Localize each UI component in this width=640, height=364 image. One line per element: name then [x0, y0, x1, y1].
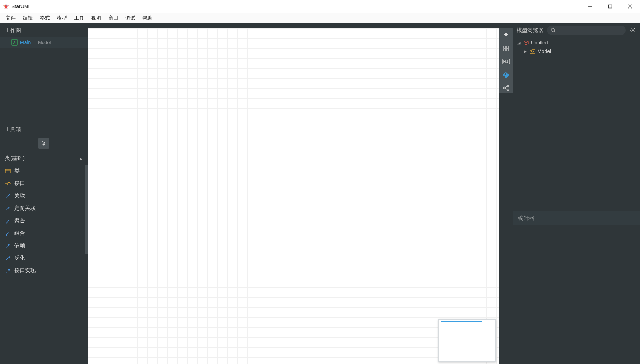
menu-window[interactable]: 窗口	[105, 14, 122, 23]
svg-line-18	[6, 258, 9, 260]
svg-line-28	[505, 86, 507, 88]
minimap[interactable]	[438, 319, 496, 362]
project-icon	[523, 40, 529, 46]
svg-marker-2	[4, 6, 5, 7]
svg-line-13	[6, 194, 10, 198]
selection-tool-button[interactable]	[38, 138, 49, 149]
svg-point-26	[507, 85, 509, 87]
svg-point-30	[551, 28, 555, 32]
toolbox-item-class[interactable]: 类	[0, 165, 88, 177]
svg-point-11	[7, 182, 10, 185]
maximize-button[interactable]	[600, 0, 620, 13]
menu-format[interactable]: 格式	[36, 14, 53, 23]
editor-panel: 编辑器	[513, 211, 640, 225]
menu-file[interactable]: 文件	[2, 14, 19, 23]
working-diagram-item[interactable]: Main — Model	[0, 37, 88, 48]
interface-icon	[5, 181, 11, 186]
svg-line-19	[6, 270, 9, 273]
right-sidebar: 模型浏览器 ◢ Untitled ▶	[513, 23, 640, 364]
window-controls	[580, 0, 640, 13]
share-icon[interactable]	[501, 83, 511, 93]
svg-line-16	[7, 232, 9, 234]
extension-icon[interactable]	[501, 31, 511, 40]
toolbox-item-composition[interactable]: 组合	[0, 227, 88, 239]
explorer-settings-button[interactable]	[629, 27, 636, 34]
model-explorer-tree: ◢ Untitled ▶ Model	[513, 37, 640, 130]
diagram-canvas[interactable]	[88, 28, 499, 364]
navigator-icon[interactable]	[501, 70, 511, 79]
canvas-area	[88, 23, 513, 364]
svg-rect-22	[504, 49, 506, 51]
app-title: StarUML	[11, 4, 31, 9]
grid-icon[interactable]	[501, 44, 511, 53]
toolbox-title: 工具箱	[0, 122, 88, 136]
working-diagram-path: — Model	[32, 40, 51, 45]
working-diagrams-panel: 工作图 Main — Model	[0, 23, 88, 122]
aggregation-icon	[5, 218, 11, 224]
svg-line-14	[6, 207, 9, 210]
toolbox-item-aggregation[interactable]: 聚合	[0, 215, 88, 227]
svg-point-27	[507, 89, 509, 90]
canvas-side-toolbar	[499, 28, 513, 93]
toolbox-item-dependency[interactable]: 依赖	[0, 239, 88, 252]
explorer-search-input[interactable]	[556, 28, 622, 33]
toolbox-group-label: 类(基础)	[5, 155, 25, 162]
composition-icon	[5, 231, 11, 236]
minimize-button[interactable]	[580, 0, 600, 13]
toolbox-item-association[interactable]: 关联	[0, 190, 88, 202]
class-icon	[5, 168, 11, 174]
tree-node-model[interactable]: ▶ Model	[517, 47, 636, 56]
svg-point-25	[504, 87, 505, 89]
scrollbar-thumb[interactable]	[85, 165, 88, 254]
svg-rect-23	[506, 49, 509, 51]
minimap-viewport[interactable]	[441, 321, 482, 360]
close-button[interactable]	[620, 0, 640, 13]
tree-node-label: Model	[537, 48, 551, 54]
model-icon	[530, 49, 535, 54]
expand-icon[interactable]: ▶	[523, 49, 527, 54]
svg-line-31	[554, 31, 556, 33]
menu-edit[interactable]: 编辑	[19, 14, 36, 23]
generalization-icon	[5, 255, 11, 261]
search-icon	[551, 28, 556, 33]
toolbox-item-interface[interactable]: 接口	[0, 177, 88, 190]
model-explorer-header: 模型浏览器	[513, 23, 640, 37]
collapse-up-icon: ▲	[79, 157, 83, 160]
svg-line-29	[505, 88, 507, 89]
dependency-icon	[5, 243, 11, 249]
svg-rect-4	[609, 5, 612, 8]
menu-view[interactable]: 视图	[88, 14, 105, 23]
working-diagrams-title: 工作图	[0, 23, 88, 37]
directed-association-icon	[5, 206, 11, 211]
toolbox-panel: 工具箱 类(基础) ▲ 类	[0, 122, 88, 364]
toolbox-list: 类 接口 关联 定向关联	[0, 165, 88, 364]
svg-rect-9	[5, 169, 10, 173]
menu-debug[interactable]: 调试	[122, 14, 139, 23]
title-bar: StarUML	[0, 0, 640, 13]
svg-point-8	[14, 41, 15, 42]
svg-rect-21	[506, 46, 509, 48]
tree-node-label: Untitled	[531, 40, 548, 46]
explorer-search[interactable]	[547, 26, 626, 35]
collapse-icon[interactable]: ◢	[517, 41, 521, 45]
tree-node-project[interactable]: ◢ Untitled	[517, 38, 636, 47]
menu-model[interactable]: 模型	[53, 14, 71, 23]
left-sidebar: 工作图 Main — Model 工具箱 类(	[0, 23, 88, 364]
toolbox-group-header[interactable]: 类(基础) ▲	[0, 152, 88, 165]
interface-realization-icon	[5, 268, 11, 274]
editor-title: 编辑器	[513, 211, 640, 225]
svg-point-32	[632, 30, 634, 31]
svg-rect-7	[12, 39, 17, 45]
svg-rect-20	[504, 46, 506, 48]
markdown-icon[interactable]	[501, 57, 511, 67]
toolbox-item-directed-association[interactable]: 定向关联	[0, 202, 88, 215]
working-diagram-name: Main	[20, 39, 31, 45]
svg-line-17	[6, 244, 9, 248]
class-diagram-icon	[11, 39, 18, 46]
association-icon	[5, 193, 11, 199]
menu-tools[interactable]: 工具	[71, 14, 88, 23]
menu-help[interactable]: 帮助	[139, 14, 156, 23]
toolbox-item-interface-realization[interactable]: 接口实现	[0, 264, 88, 277]
svg-line-15	[7, 220, 9, 222]
toolbox-item-generalization[interactable]: 泛化	[0, 252, 88, 264]
